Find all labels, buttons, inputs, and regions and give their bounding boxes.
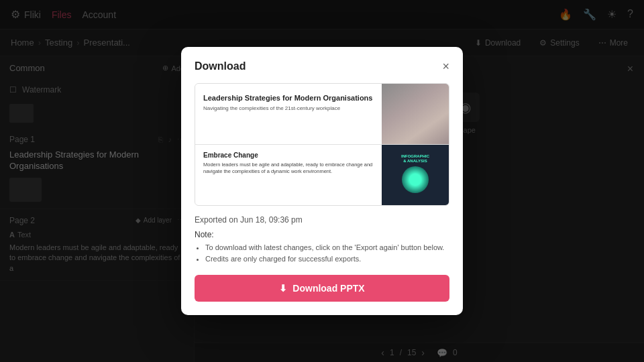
modal-close-button[interactable]: × <box>442 60 449 72</box>
slide1-image-placeholder <box>382 84 449 144</box>
note-item-2: Credits are only charged for successful … <box>205 253 449 265</box>
download-btn-icon: ⬇ <box>279 283 287 294</box>
note-item-1: To download with latest changes, click o… <box>205 242 449 253</box>
infographic-label: INFOGRAPHIC & ANALYSIS <box>401 154 429 164</box>
slide-preview: Leadership Strategies for Modern Organis… <box>195 83 449 206</box>
download-btn-label: Download PPTX <box>292 283 364 294</box>
download-modal: Download × Leadership Strategies for Mod… <box>181 47 463 315</box>
slide-2-preview: Embrace Change Modern leaders must be ag… <box>195 145 449 205</box>
note-label: Note: <box>195 230 449 239</box>
slide1-subtitle: Navigating the complexities of the 21st-… <box>203 105 374 112</box>
modal-header: Download × <box>195 60 449 72</box>
note-section: Note: To download with latest changes, c… <box>195 230 449 264</box>
modal-backdrop: Download × Leadership Strategies for Mod… <box>0 0 644 362</box>
modal-title: Download <box>195 60 246 72</box>
slide-1-preview: Leadership Strategies for Modern Organis… <box>195 84 449 145</box>
slide1-image <box>382 84 449 144</box>
note-list: To download with latest changes, click o… <box>195 242 449 264</box>
slide1-title: Leadership Strategies for Modern Organis… <box>203 93 374 103</box>
slide2-title: Embrace Change <box>203 152 374 159</box>
download-pptx-button[interactable]: ⬇ Download PPTX <box>195 275 449 302</box>
slide2-text: Modern leaders must be agile and adaptab… <box>203 162 374 175</box>
infographic-graphic <box>402 166 429 193</box>
export-date: Exported on Jun 18, 09:36 pm <box>195 215 449 225</box>
slide2-infographic: INFOGRAPHIC & ANALYSIS <box>382 145 449 205</box>
